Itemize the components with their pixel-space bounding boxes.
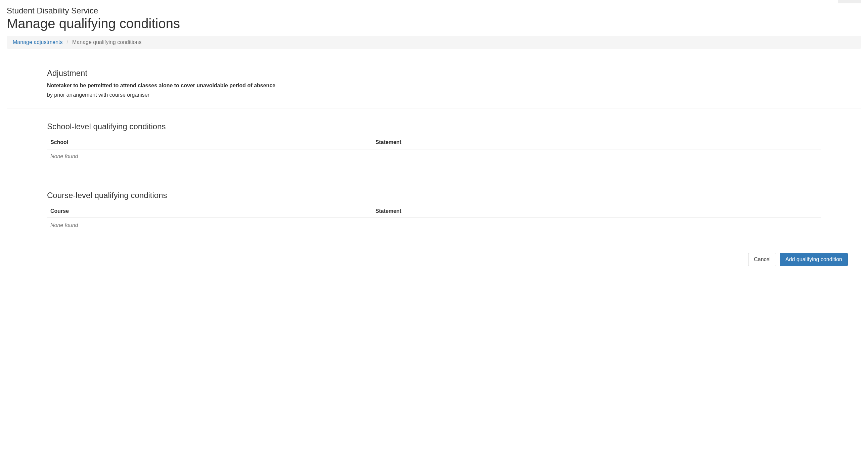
course-conditions-table: Course Statement None found xyxy=(47,205,821,232)
table-header-row: School Statement xyxy=(47,136,821,149)
dashed-divider xyxy=(47,177,821,177)
school-conditions-section: School-level qualifying conditions Schoo… xyxy=(7,122,861,177)
page-header: Student Disability Service Manage qualif… xyxy=(7,6,861,31)
add-qualifying-condition-button[interactable]: Add qualifying condition xyxy=(780,253,848,266)
breadcrumb-separator: / xyxy=(67,39,68,45)
table-empty-row: None found xyxy=(47,218,821,232)
page-title: Manage qualifying conditions xyxy=(7,16,861,31)
empty-text: None found xyxy=(47,218,821,232)
adjustment-title: Notetaker to be permitted to attend clas… xyxy=(47,83,821,89)
divider xyxy=(7,108,861,108)
school-conditions-table: School Statement None found xyxy=(47,136,821,163)
cancel-button[interactable]: Cancel xyxy=(748,253,776,266)
adjustment-heading: Adjustment xyxy=(47,68,821,78)
breadcrumb: Manage adjustments / Manage qualifying c… xyxy=(7,36,861,49)
empty-text: None found xyxy=(47,149,821,163)
table-empty-row: None found xyxy=(47,149,821,163)
statement-col-header: Statement xyxy=(372,205,821,218)
breadcrumb-link-manage-adjustments[interactable]: Manage adjustments xyxy=(13,39,63,45)
divider xyxy=(7,55,861,55)
school-col-header: School xyxy=(47,136,372,149)
course-col-header: Course xyxy=(47,205,372,218)
adjustment-section: Adjustment Notetaker to be permitted to … xyxy=(7,68,861,98)
top-right-stub xyxy=(838,0,861,3)
table-header-row: Course Statement xyxy=(47,205,821,218)
statement-col-header: Statement xyxy=(372,136,821,149)
footer-actions: Cancel Add qualifying condition xyxy=(7,246,861,273)
course-conditions-heading: Course-level qualifying conditions xyxy=(47,191,821,200)
adjustment-note: by prior arrangement with course organis… xyxy=(47,92,821,98)
breadcrumb-current: Manage qualifying conditions xyxy=(72,39,142,45)
service-name: Student Disability Service xyxy=(7,6,861,15)
page-container: Student Disability Service Manage qualif… xyxy=(0,6,868,273)
school-conditions-heading: School-level qualifying conditions xyxy=(47,122,821,131)
course-conditions-section: Course-level qualifying conditions Cours… xyxy=(7,191,861,232)
